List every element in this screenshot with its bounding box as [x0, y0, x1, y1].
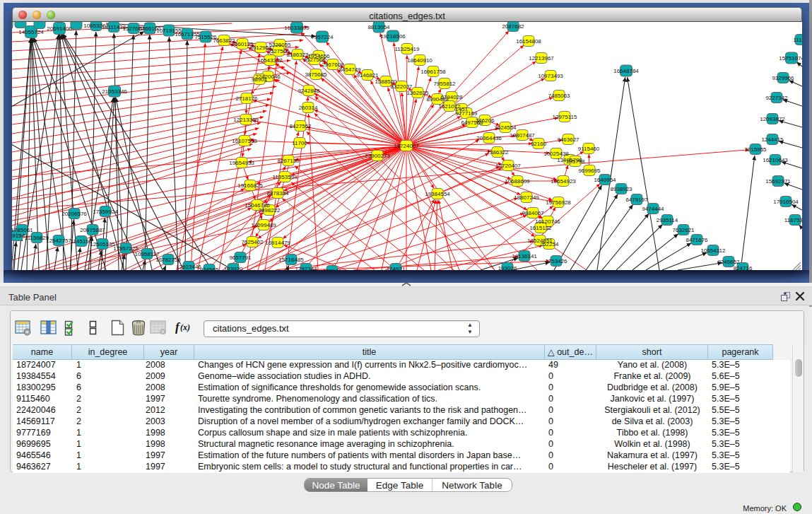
svg-text:16961758: 16961758 [420, 69, 446, 75]
svg-text:183920: 183920 [224, 266, 243, 270]
svg-text:1640954: 1640954 [594, 177, 616, 183]
svg-text:9115460: 9115460 [578, 146, 600, 152]
svg-text:11123: 11123 [793, 37, 802, 43]
svg-text:8267130: 8267130 [277, 158, 300, 164]
svg-text:9329966: 9329966 [772, 75, 794, 81]
svg-text:20975887: 20975887 [80, 227, 105, 233]
svg-text:9777169: 9777169 [455, 110, 478, 117]
svg-text:10688609: 10688609 [505, 178, 530, 185]
svg-text:14055724: 14055724 [18, 29, 44, 35]
svg-text:1167533: 1167533 [784, 217, 802, 223]
svg-text:195798: 195798 [566, 158, 585, 165]
svg-text:12923446: 12923446 [176, 264, 201, 270]
svg-text:15751074: 15751074 [779, 55, 802, 62]
svg-text:9474444: 9474444 [642, 206, 664, 212]
svg-text:39154: 39154 [12, 233, 25, 239]
svg-text:20691406: 20691406 [47, 25, 72, 32]
svg-text:12942757: 12942757 [46, 238, 71, 244]
svg-text:12975115: 12975115 [553, 114, 578, 120]
svg-text:18640910: 18640910 [407, 57, 433, 64]
svg-text:7625402: 7625402 [241, 239, 264, 245]
svg-text:10807487: 10807487 [510, 132, 535, 139]
svg-text:8427552: 8427552 [289, 123, 312, 129]
svg-text:23900273: 23900273 [365, 153, 390, 159]
svg-text:16210643: 16210643 [763, 157, 788, 163]
svg-text:19384554: 19384554 [425, 191, 450, 197]
svg-text:1615132: 1615132 [529, 225, 552, 231]
svg-text:15716485: 15716485 [278, 257, 304, 263]
svg-text:9146821: 9146821 [356, 72, 379, 78]
svg-text:14136141: 14136141 [512, 253, 537, 259]
svg-text:18724007: 18724007 [394, 143, 419, 149]
svg-text:15720407: 15720407 [495, 163, 521, 169]
svg-text:16914479: 16914479 [265, 240, 290, 246]
svg-text:19166825: 19166825 [237, 182, 263, 189]
svg-text:2935114: 2935114 [657, 217, 678, 223]
svg-text:17016504: 17016504 [773, 199, 799, 205]
svg-text:9657791: 9657791 [229, 255, 252, 261]
svg-text:1145194: 1145194 [71, 238, 93, 245]
svg-text:260314: 260314 [299, 105, 318, 111]
svg-text:7955812: 7955812 [433, 81, 456, 87]
svg-text:10973493: 10973493 [538, 73, 563, 79]
svg-text:8813054: 8813054 [367, 24, 390, 30]
svg-text:19654923: 19654923 [551, 178, 576, 185]
svg-text:1292344: 1292344 [295, 266, 317, 270]
svg-text:2718176: 2718176 [235, 95, 258, 102]
svg-text:19654933: 19654933 [229, 160, 254, 166]
svg-text:9242848: 9242848 [298, 88, 320, 94]
svg-text:174921: 174921 [387, 266, 406, 270]
svg-text:16120746: 16120746 [535, 218, 560, 225]
svg-text:1362635: 1362635 [406, 90, 429, 96]
svg-text:8322037: 8322037 [390, 83, 413, 90]
svg-text:203941: 203941 [323, 268, 342, 270]
svg-text:8938923: 8938923 [610, 186, 632, 192]
svg-text:924565: 924565 [200, 267, 219, 270]
svg-text:9463627: 9463627 [557, 136, 579, 143]
svg-text:9227342: 9227342 [765, 95, 788, 101]
svg-text:12213967: 12213967 [529, 55, 554, 62]
svg-text:17359924: 17359924 [93, 209, 118, 215]
svg-text:7632621: 7632621 [672, 227, 695, 233]
svg-text:746206: 746206 [476, 117, 495, 124]
svg-text:824716: 824716 [734, 265, 753, 270]
svg-text:9884067: 9884067 [522, 210, 544, 216]
svg-text:8878334: 8878334 [266, 190, 289, 197]
svg-text:3875685: 3875685 [305, 71, 327, 78]
svg-text:252254: 252254 [540, 241, 559, 247]
svg-text:5226055: 5226055 [269, 42, 291, 48]
svg-text:62160: 62160 [531, 141, 547, 147]
svg-text:20206576: 20206576 [61, 211, 87, 217]
svg-text:19218506: 19218506 [380, 33, 406, 40]
svg-text:98901: 98901 [252, 76, 268, 83]
svg-text:8471676: 8471676 [686, 237, 708, 243]
svg-text:16033809: 16033809 [284, 25, 310, 31]
svg-text:9699695: 9699695 [578, 168, 601, 174]
svg-text:3624554: 3624554 [494, 124, 517, 131]
svg-text:6479197: 6479197 [625, 197, 648, 203]
svg-text:1785061: 1785061 [12, 227, 33, 233]
svg-text:19756928: 19756928 [546, 199, 571, 206]
svg-text:21053346: 21053346 [102, 88, 127, 95]
svg-text:9245652: 9245652 [717, 259, 740, 265]
svg-text:2087682: 2087682 [502, 23, 524, 30]
svg-text:3498222: 3498222 [258, 207, 281, 214]
svg-text:12505135: 12505135 [90, 241, 115, 247]
svg-text:16543392: 16543392 [257, 57, 283, 64]
svg-text:7386322: 7386322 [486, 149, 509, 156]
svg-text:6794028: 6794028 [440, 94, 463, 100]
svg-text:11700: 11700 [292, 140, 307, 146]
svg-text:7957224: 7957224 [311, 34, 334, 40]
svg-text:1244415: 1244415 [761, 136, 784, 143]
svg-text:7485063: 7485063 [548, 93, 570, 99]
svg-text:193026: 193026 [498, 265, 517, 270]
svg-text:3215955: 3215955 [744, 146, 767, 153]
svg-text:20364436: 20364436 [476, 135, 502, 141]
svg-text:10025438: 10025438 [543, 151, 569, 157]
svg-text:11325419: 11325419 [395, 46, 420, 52]
svg-text:12093872: 12093872 [760, 116, 785, 122]
svg-text:14099489: 14099489 [251, 222, 276, 228]
svg-text:18807249: 18807249 [514, 194, 539, 201]
svg-text:12213369: 12213369 [233, 117, 259, 123]
svg-text:(x): (x) [180, 322, 190, 332]
